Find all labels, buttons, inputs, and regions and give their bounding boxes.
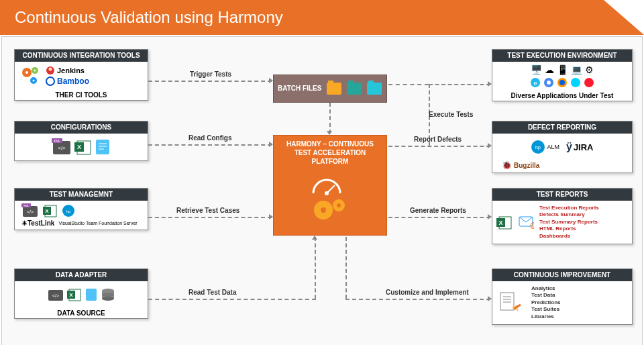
box-header: DATA ADAPTER [15,269,148,281]
header-corner-accent [577,0,644,35]
arrow-label: Trigger Tests [190,70,231,78]
page-header: Continuous Validation using Harmony [0,0,644,35]
box-defect-reporting: DEFECT REPORTING hpALM ÿJIRA 🐞Bugzilla [492,121,633,173]
box-header: TEST REPORTS [492,189,632,201]
hp-alm-icon: hp [531,140,545,154]
svg-point-42 [321,207,326,213]
arrow [148,144,272,146]
excel-icon: X [67,287,82,302]
arrow [388,84,429,85]
arrow-head-icon [269,214,273,219]
bamboo-label: Bamboo [57,77,89,86]
svg-text:XML: XML [54,139,61,143]
svg-point-44 [337,203,341,207]
testlink-label: ☀TestLink [21,219,54,227]
folder-icon [367,83,382,95]
bamboo-icon [46,77,55,86]
arrow [388,146,490,147]
arrow-head-icon [327,131,332,135]
arrow [148,217,272,218]
arrow-label: Read Configs [189,134,231,142]
hp-icon: hp [62,204,75,217]
svg-point-37 [102,297,114,301]
xml-icon: </> [47,287,64,302]
box-test-management: TEST MANAGEMNT XML</> X hp ☀TestLink Vis… [14,188,148,230]
mail-icon: @ [518,215,534,229]
arrow-head-icon [488,143,492,148]
svg-rect-34 [86,289,97,301]
checklist-hand-icon [499,291,522,314]
box-batch-files: BATCH FILES [273,75,387,103]
arrow-label: Customize and Implement [386,289,469,296]
platform-title: HARMONY – CONTINUOUS TEST ACCELERATION P… [274,136,386,170]
diagram-canvas: CONTINUOUS INTEGRATION TOOLS Jenkins Bam… [1,36,643,345]
gauge-gears-icon [300,173,360,227]
tfs-label: VisualStudio Team Foundation Server [58,221,137,226]
jira-icon: ÿ [566,141,572,153]
box-footer: DATA SOURCE [15,308,148,318]
svg-point-1 [25,71,28,74]
folder-icon [327,83,341,95]
box-configurations: CONFIGURATIONS XML</> X [14,121,148,161]
arrow-head-icon [488,81,492,87]
database-icon [101,287,115,302]
svg-point-7 [49,68,52,71]
svg-point-52 [584,78,594,87]
svg-point-3 [34,70,36,72]
svg-text:</>: </> [52,293,59,298]
svg-point-51 [571,78,580,87]
svg-point-38 [102,293,114,297]
box-header: CONFIGURATIONS [15,121,148,134]
svg-point-40 [325,191,329,195]
box-continuous-improvement: CONTINUOUS IMPROVEMENT Analytics Test Da… [492,268,633,325]
box-header: DEFECT REPORTING [492,121,632,134]
improve-items: Analytics Test Data Predictions Test Sui… [531,285,561,320]
box-header: TEST MANAGEMNT [15,189,148,201]
svg-point-50 [559,80,565,85]
page-title: Continuous Validation using Harmony [15,8,283,27]
box-harmony-platform: HARMONY – CONTINUOUS TEST ACCELERATION P… [273,135,387,236]
doc-icon [85,287,98,302]
jenkins-icon [46,66,55,75]
arrow-head-icon [269,142,273,147]
bugzilla-icon: 🐞 [502,160,512,170]
xml-icon: XML</> [52,138,72,156]
svg-text:e: e [533,80,537,87]
svg-text:</>: </> [58,145,66,151]
excel-icon: X [43,203,58,218]
arrow-head-icon [488,214,492,219]
report-items: Test Execution Reports Defects Summary T… [539,205,599,240]
arrow [429,84,490,85]
box-footer: THER CI TOOLS [15,90,148,100]
box-test-env: TEST EXECUTION ENVIRONMENT 🖥️ ☁ 📱 💻 ⚙ e … [492,49,633,101]
svg-text:X: X [498,219,502,226]
box-data-adapter: DATA ADAPTER </> X DATA SOURCE [14,268,148,319]
gears-icon [20,64,43,87]
svg-text:hp: hp [66,209,71,213]
svg-text:</>: </> [27,209,34,214]
svg-text:X: X [77,144,81,150]
svg-text:XML: XML [23,204,30,207]
svg-rect-16 [96,140,109,154]
arrow-label: Read Test Data [189,289,237,296]
browser-icons: e [530,77,594,88]
arrow [329,103,331,134]
svg-text:X: X [69,292,73,298]
doc-icon [95,138,111,156]
svg-point-48 [547,81,551,85]
arrow-head-icon [269,78,273,83]
svg-text:X: X [45,208,49,214]
device-icons: 🖥️ ☁ 📱 💻 ⚙ [531,64,594,75]
excel-icon: X [496,214,513,230]
arrow [345,299,490,300]
box-ci-tools: CONTINUOUS INTEGRATION TOOLS Jenkins Bam… [14,49,148,101]
svg-text:@: @ [530,221,534,229]
batch-label: BATCH FILES [278,85,321,93]
arrow [148,299,316,300]
arrow-label: Execute Tests [429,111,474,118]
arrow-label: Retrieve Test Cases [176,207,239,214]
arrow [388,217,490,218]
box-footer: Diverse Applications Under Test [492,91,632,101]
arrow-label: Report Defects [414,136,462,143]
box-header: CONTINUOUS INTEGRATION TOOLS [15,50,148,62]
